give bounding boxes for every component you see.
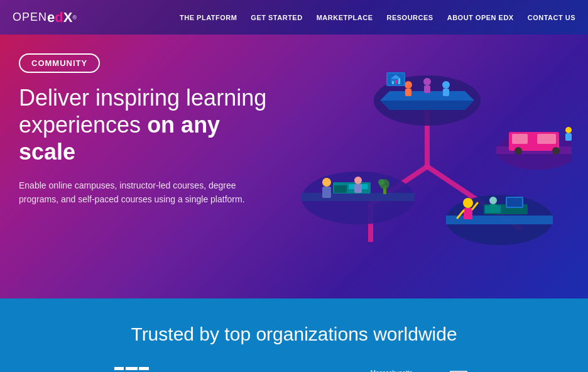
svg-point-47 xyxy=(565,127,572,133)
hero-content: COMMUNITY Deliver inspiring learning exp… xyxy=(19,47,283,280)
hero-title-text: Deliver inspiring learning experiences xyxy=(19,85,266,138)
svg-rect-27 xyxy=(354,184,362,193)
partner-mit: MIT Massachusetts Institute of Technolog… xyxy=(311,369,420,372)
svg-marker-2 xyxy=(380,101,474,110)
nav-contact-us[interactable]: CONTACT US xyxy=(528,14,575,21)
logo-registered: ® xyxy=(72,14,77,21)
partner-harvard: VE RI TAS HARVARD UNIVERSITY xyxy=(449,370,537,373)
svg-rect-44 xyxy=(537,134,556,144)
mit-subtitle: Massachusetts Institute of Technology xyxy=(371,369,421,372)
svg-rect-48 xyxy=(565,133,572,141)
svg-rect-22 xyxy=(322,187,331,198)
svg-point-5 xyxy=(423,78,431,85)
logo[interactable]: OPEN edX ® xyxy=(13,9,77,26)
nav-the-platform[interactable]: THE PLATFORM xyxy=(180,14,237,21)
nav-resources[interactable]: RESOURCES xyxy=(387,14,433,21)
ibm-stripes xyxy=(114,367,149,372)
svg-point-38 xyxy=(489,197,497,204)
hero-subtitle: Enable online campuses, instructor-led c… xyxy=(19,178,251,207)
svg-point-34 xyxy=(463,198,473,208)
partner-logos: edX® xyxy=(19,367,569,372)
svg-point-26 xyxy=(354,177,362,184)
svg-point-3 xyxy=(405,81,412,89)
svg-point-46 xyxy=(552,147,560,155)
svg-point-21 xyxy=(322,178,331,187)
svg-rect-13 xyxy=(392,81,394,84)
main-nav: THE PLATFORM GET STARTED MARKETPLACE RES… xyxy=(89,14,575,21)
hero-section: COMMUNITY Deliver inspiring learning exp… xyxy=(0,35,588,298)
svg-rect-8 xyxy=(443,89,449,96)
ibm-stripe-1 xyxy=(114,367,149,370)
svg-rect-4 xyxy=(405,89,411,96)
svg-rect-6 xyxy=(424,85,430,93)
svg-rect-19 xyxy=(334,185,347,193)
svg-point-7 xyxy=(442,81,450,89)
svg-rect-43 xyxy=(512,134,528,144)
svg-rect-39 xyxy=(489,204,497,213)
svg-marker-17 xyxy=(302,193,415,201)
hero-title: Deliver inspiring learning experiences o… xyxy=(19,84,283,166)
harvard-shield-icon: VE RI TAS xyxy=(449,370,468,373)
svg-rect-35 xyxy=(464,208,472,219)
svg-point-25 xyxy=(378,179,384,185)
partner-ibm: IBM xyxy=(114,367,190,372)
community-badge[interactable]: COMMUNITY xyxy=(19,53,100,73)
nav-get-started[interactable]: GET STARTED xyxy=(251,14,302,21)
svg-point-45 xyxy=(514,147,522,155)
nav-about-open-edx[interactable]: ABOUT OPEN EDX xyxy=(447,14,514,21)
logo-edx-text: edX xyxy=(47,9,72,26)
iso-illustration xyxy=(283,47,572,280)
hero-illustration xyxy=(283,47,572,280)
nav-marketplace[interactable]: MARKETPLACE xyxy=(317,14,373,21)
logo-open-text: OPEN xyxy=(13,11,47,24)
svg-rect-33 xyxy=(507,198,522,207)
svg-rect-14 xyxy=(395,80,397,84)
trusted-title: Trusted by top organizations worldwide xyxy=(19,324,569,345)
trusted-section: Trusted by top organizations worldwide e… xyxy=(0,298,588,372)
svg-rect-15 xyxy=(398,79,400,84)
header: OPEN edX ® THE PLATFORM GET STARTED MARK… xyxy=(0,0,588,35)
svg-marker-29 xyxy=(446,216,553,224)
